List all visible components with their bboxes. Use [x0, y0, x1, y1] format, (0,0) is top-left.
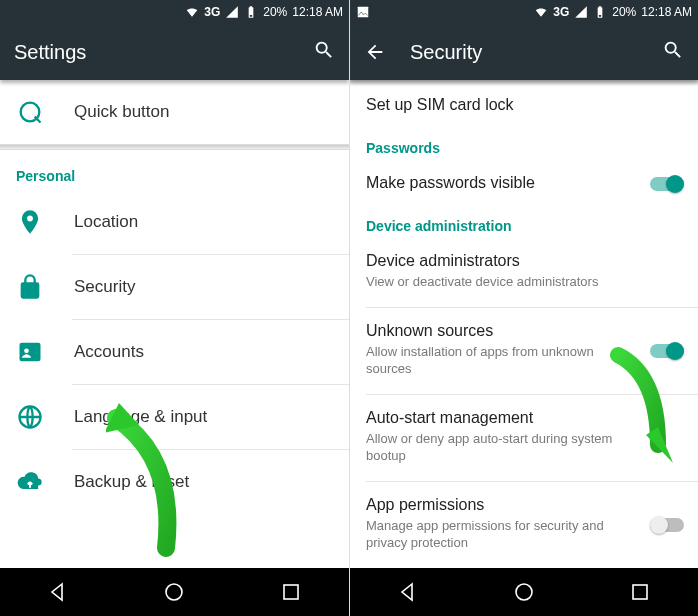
svg-rect-1 [20, 343, 41, 362]
category-device-admin: Device administration [350, 204, 698, 242]
sim-lock-item[interactable]: Set up SIM card lock [350, 86, 698, 126]
svg-point-2 [24, 349, 29, 354]
status-time: 12:18 AM [292, 5, 343, 19]
svg-point-7 [516, 584, 532, 600]
nav-back-icon[interactable] [46, 580, 70, 604]
app-permissions-toggle[interactable] [650, 516, 684, 534]
item-title: Unknown sources [366, 322, 682, 340]
search-icon[interactable] [662, 39, 684, 65]
item-title: Device administrators [366, 252, 682, 270]
app-bar: Security [350, 24, 698, 80]
list-item-label: Accounts [74, 342, 144, 362]
sidebar-item-backup[interactable]: Backup & reset [0, 450, 349, 514]
account-icon [16, 338, 44, 366]
battery-icon [593, 5, 607, 19]
item-subtitle: Allow or deny app auto-start during syst… [366, 430, 682, 465]
item-subtitle: View or deactivate device administrators [366, 273, 682, 291]
page-title: Security [410, 41, 662, 64]
passwords-visible-toggle[interactable] [650, 175, 684, 193]
app-bar: Settings [0, 24, 349, 80]
cloud-icon [16, 468, 44, 496]
sidebar-item-location[interactable]: Location [0, 190, 349, 254]
page-title: Settings [14, 41, 313, 64]
status-bar: 3G 20% 12:18 AM [0, 0, 349, 24]
nav-back-icon[interactable] [396, 580, 420, 604]
list-item-label: Location [74, 212, 138, 232]
search-icon[interactable] [313, 39, 335, 65]
globe-icon [16, 403, 44, 431]
category-passwords: Passwords [350, 126, 698, 164]
list-item-label: Security [74, 277, 135, 297]
item-title: App permissions [366, 496, 682, 514]
list-item-label: Language & input [74, 407, 207, 427]
network-type: 3G [204, 5, 220, 19]
navigation-bar [350, 568, 698, 616]
back-icon[interactable] [364, 41, 386, 63]
sidebar-item-security[interactable]: Security [0, 255, 349, 319]
wifi-icon [534, 5, 548, 19]
sidebar-item-accounts[interactable]: Accounts [0, 320, 349, 384]
section-divider [0, 144, 349, 150]
item-title: Make passwords visible [366, 174, 682, 192]
nav-home-icon[interactable] [512, 580, 536, 604]
image-icon [356, 5, 370, 19]
battery-percent: 20% [612, 5, 636, 19]
lock-icon [16, 273, 44, 301]
svg-rect-6 [358, 7, 369, 18]
sidebar-item-language[interactable]: Language & input [0, 385, 349, 449]
status-bar: 3G 20% 12:18 AM [350, 0, 698, 24]
passwords-visible-item[interactable]: Make passwords visible [350, 164, 698, 204]
divider [366, 394, 698, 395]
status-time: 12:18 AM [641, 5, 692, 19]
item-title: Auto-start management [366, 409, 682, 427]
quick-label: Quick button [74, 102, 169, 122]
signal-icon [574, 5, 588, 19]
wifi-icon [185, 5, 199, 19]
settings-screen: 3G 20% 12:18 AM Settings Quick button Pe… [0, 0, 349, 616]
item-title: Set up SIM card lock [366, 96, 682, 114]
quick-button-item[interactable]: Quick button [0, 80, 349, 144]
app-permissions-item[interactable]: App permissions Manage app permissions f… [350, 486, 698, 564]
battery-icon [244, 5, 258, 19]
item-subtitle: Allow installation of apps from unknown … [366, 343, 682, 378]
unknown-sources-item[interactable]: Unknown sources Allow installation of ap… [350, 312, 698, 390]
nav-recent-icon[interactable] [628, 580, 652, 604]
unknown-sources-toggle[interactable] [650, 342, 684, 360]
nav-home-icon[interactable] [162, 580, 186, 604]
svg-rect-5 [284, 585, 298, 599]
auto-start-item[interactable]: Auto-start management Allow or deny app … [350, 399, 698, 477]
device-admin-item[interactable]: Device administrators View or deactivate… [350, 242, 698, 303]
item-subtitle: Manage app permissions for security and … [366, 517, 682, 552]
quick-icon [16, 98, 44, 126]
svg-point-4 [166, 584, 182, 600]
navigation-bar [0, 568, 349, 616]
nav-recent-icon[interactable] [279, 580, 303, 604]
security-screen: 3G 20% 12:18 AM Security Set up SIM card… [349, 0, 698, 616]
network-type: 3G [553, 5, 569, 19]
category-personal: Personal [0, 150, 349, 190]
list-item-label: Backup & reset [74, 472, 189, 492]
battery-percent: 20% [263, 5, 287, 19]
divider [366, 307, 698, 308]
signal-icon [225, 5, 239, 19]
divider [366, 481, 698, 482]
svg-rect-8 [633, 585, 647, 599]
location-icon [16, 208, 44, 236]
